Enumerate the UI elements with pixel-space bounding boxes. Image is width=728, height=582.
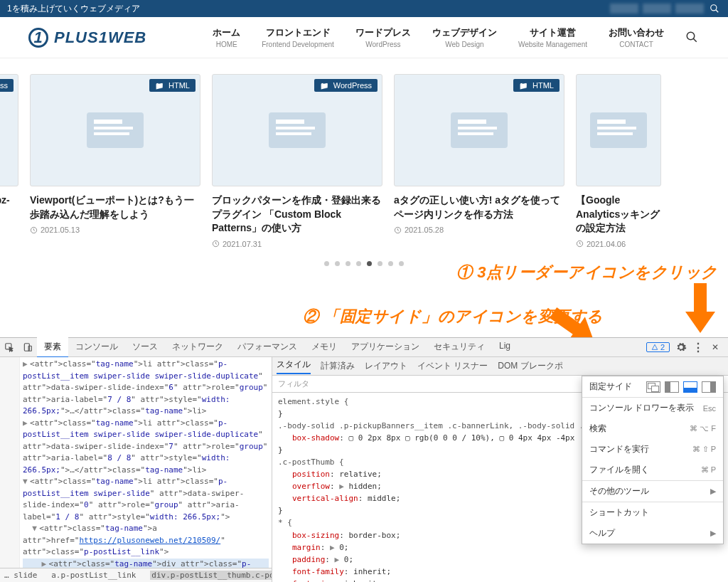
more-icon[interactable]: ⋮ <box>692 342 704 353</box>
card-thumb: WordPress <box>0 74 18 186</box>
card-thumb: HTML <box>30 74 200 186</box>
elements-line[interactable]: ▶<attr">class="tag-name">li attr">class=… <box>23 359 269 418</box>
close-icon[interactable]: ✕ <box>710 342 721 353</box>
svg-rect-12 <box>94 132 129 135</box>
gear-icon[interactable] <box>675 342 687 353</box>
nav-sitemanage[interactable]: サイト運営Website Management <box>518 26 587 48</box>
clock-icon <box>212 240 220 248</box>
carousel-card[interactable]: 【Google Analyticsッキングの設定方法 2021.04.06 <box>576 74 661 248</box>
svg-rect-21 <box>458 127 497 129</box>
card-thumb: HTML <box>394 74 564 186</box>
styles-tab[interactable]: 計算済み <box>321 360 355 372</box>
elements-line[interactable]: ▼<attr">class="tag-name">a attr">href="h… <box>23 523 269 559</box>
site-logo[interactable]: 1 PLUS1WEB <box>28 28 146 48</box>
carousel-card[interactable]: WordPress ブロックパターンを作成・登録出来るプラグイン 「Custom… <box>212 74 382 248</box>
device-icon[interactable] <box>18 339 37 356</box>
carousel-dot[interactable] <box>356 261 361 266</box>
logo-mark: 1 <box>28 28 48 48</box>
placeholder-icon <box>444 105 515 155</box>
svg-line-3 <box>693 38 697 42</box>
devtools-tab[interactable]: 要素 <box>37 337 68 358</box>
svg-marker-29 <box>685 283 715 333</box>
svg-point-2 <box>687 32 695 40</box>
svg-rect-11 <box>94 127 133 129</box>
styles-tab[interactable]: イベント リスナー <box>417 360 488 372</box>
placeholder-icon <box>262 105 333 155</box>
dropdown-item[interactable]: コンソール ドロワーを表示Esc <box>582 398 723 418</box>
devtools-tab[interactable]: パフォーマンス <box>230 337 304 358</box>
elements-line[interactable]: ▼<attr">class="tag-name">li attr">class=… <box>23 476 269 523</box>
devtools-tab[interactable]: コンソール <box>68 337 125 358</box>
card-date: 2021.07.31 <box>212 240 382 248</box>
dropdown-item[interactable]: 検索⌘ ⌥ F <box>582 418 723 439</box>
breadcrumb-item[interactable]: div.p-postList__thumb.c-postThumb <box>150 571 272 580</box>
category-tag: WordPress <box>314 79 378 92</box>
clock-icon <box>30 226 38 234</box>
dock-left-icon[interactable] <box>665 381 679 393</box>
devtools-tab[interactable]: ネットワーク <box>165 337 230 358</box>
carousel-dot[interactable] <box>324 261 329 266</box>
issues-badge[interactable]: 2 <box>646 342 670 352</box>
devtools-tab[interactable]: ソース <box>125 337 165 358</box>
styles-tab[interactable]: レイアウト <box>365 360 407 372</box>
nav-webdesign[interactable]: ウェブデザインWeb Design <box>432 26 497 48</box>
carousel-card[interactable]: HTML aタグの正しい使い方! aタグを使ってページ内リンクを作る方法 202… <box>394 74 564 248</box>
dropdown-item[interactable]: ファイルを開く⌘ P <box>582 460 723 480</box>
card-thumb: WordPress <box>212 74 382 186</box>
user-blur <box>675 4 704 14</box>
nav-wordpress[interactable]: ワードプレスWordPress <box>355 26 411 48</box>
svg-rect-25 <box>597 120 626 124</box>
carousel-dot[interactable] <box>346 261 350 266</box>
elements-breadcrumb[interactable]: … slide a.p-postList__link div.p-postLis… <box>0 568 272 582</box>
card-date: 2021.05.13 <box>30 226 200 234</box>
nav-contact[interactable]: お問い合わせCONTACT <box>609 26 664 48</box>
placeholder-icon <box>583 105 654 155</box>
nav-home[interactable]: ホームHOME <box>213 26 240 48</box>
carousel-card[interactable]: WordPress 単にカード形式のz-LinkCard」の 2021.05.1… <box>0 74 18 248</box>
carousel-dot[interactable] <box>399 261 404 266</box>
dropdown-item[interactable]: その他のツール▶ <box>582 480 723 502</box>
category-tag: WordPress <box>0 79 14 92</box>
carousel-dot[interactable] <box>388 261 393 266</box>
topbar-right <box>610 2 721 15</box>
arrow-icon <box>673 283 715 333</box>
styles-tab[interactable]: スタイル <box>277 359 311 374</box>
devtools-tab[interactable]: セキュリティ <box>427 337 492 358</box>
carousel-dot[interactable] <box>335 261 340 266</box>
breadcrumb-item[interactable]: a.p-postList__link <box>51 571 136 580</box>
dropdown-item[interactable]: ショートカット <box>582 502 723 523</box>
carousel-track[interactable]: WordPress 単にカード形式のz-LinkCard」の 2021.05.1… <box>0 74 728 248</box>
dock-undock-icon[interactable] <box>646 381 660 393</box>
carousel-dot[interactable] <box>378 261 382 266</box>
devtools-tabs: 要素コンソールソースネットワークパフォーマンスメモリアプリケーションセキュリティ… <box>0 338 728 357</box>
styles-tab[interactable]: DOM ブレークポ <box>498 360 562 372</box>
inspect-icon[interactable] <box>0 339 18 356</box>
elements-line[interactable]: ▶<attr">class="tag-name">li attr">class=… <box>23 418 269 477</box>
dock-right-icon[interactable] <box>702 381 716 393</box>
dropdown-item[interactable]: コマンドを実行⌘ ⇧ P <box>582 439 723 460</box>
svg-rect-22 <box>458 132 493 135</box>
devtools-tab[interactable]: メモリ <box>304 337 344 358</box>
svg-point-0 <box>711 5 717 11</box>
top-bar: 1を積み上げていくウェブメディア <box>0 0 728 17</box>
search-icon[interactable] <box>685 31 700 45</box>
dock-side-row: 固定サイド <box>582 376 723 398</box>
devtools-tab[interactable]: Lig <box>492 337 518 358</box>
card-date: 2021.05.28 <box>394 226 564 234</box>
dropdown-item[interactable]: ヘルプ▶ <box>582 523 723 544</box>
search-icon[interactable] <box>708 2 721 15</box>
tagline: 1を積み上げていくウェブメディア <box>7 3 140 15</box>
dock-bottom-icon[interactable] <box>683 381 697 393</box>
elements-panel[interactable]: ▶<attr">class="tag-name">li attr">class=… <box>0 357 272 582</box>
breadcrumb-item[interactable]: … slide <box>4 571 37 580</box>
devtools-tab[interactable]: アプリケーション <box>344 337 427 358</box>
svg-rect-15 <box>276 120 304 124</box>
card-title: 【Google Analyticsッキングの設定方法 <box>576 194 661 236</box>
placeholder-icon <box>80 105 151 155</box>
carousel-card[interactable]: HTML Viewport(ビューポート)とは?もう一歩踏み込んだ理解をしよう … <box>30 74 200 248</box>
styles-panel: スタイル計算済みレイアウトイベント リスナーDOM ブレークポ フィルタ ele… <box>272 357 728 582</box>
svg-rect-14 <box>269 112 326 148</box>
carousel-dot[interactable] <box>367 261 372 266</box>
nav-frontend[interactable]: フロントエンドFrontend Development <box>262 26 334 48</box>
styles-tabs: スタイル計算済みレイアウトイベント リスナーDOM ブレークポ <box>272 357 728 376</box>
